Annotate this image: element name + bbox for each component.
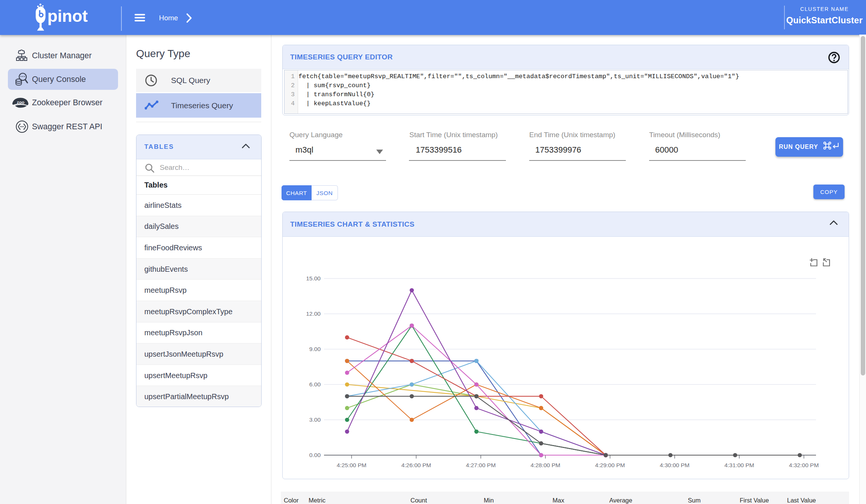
- svg-text:4:28:00 PM: 4:28:00 PM: [530, 462, 560, 468]
- svg-text:4:29:00 PM: 4:29:00 PM: [595, 462, 625, 468]
- svg-text:4:31:00 PM: 4:31:00 PM: [724, 462, 754, 468]
- svg-text:15.00: 15.00: [306, 275, 321, 282]
- svg-text:4:30:00 PM: 4:30:00 PM: [660, 462, 689, 468]
- svg-text:4:32:00 PM: 4:32:00 PM: [789, 462, 819, 468]
- svg-text:4:26:00 PM: 4:26:00 PM: [401, 462, 431, 468]
- svg-text:zoo: zoo: [17, 100, 25, 104]
- svg-text:9.00: 9.00: [309, 346, 321, 352]
- svg-text:6.00: 6.00: [309, 381, 321, 387]
- svg-text:3.00: 3.00: [309, 416, 321, 423]
- svg-text:4:25:00 PM: 4:25:00 PM: [337, 462, 366, 468]
- svg-text:4:27:00 PM: 4:27:00 PM: [466, 462, 496, 468]
- svg-text:12.00: 12.00: [306, 310, 321, 317]
- svg-text:0.00: 0.00: [309, 452, 321, 458]
